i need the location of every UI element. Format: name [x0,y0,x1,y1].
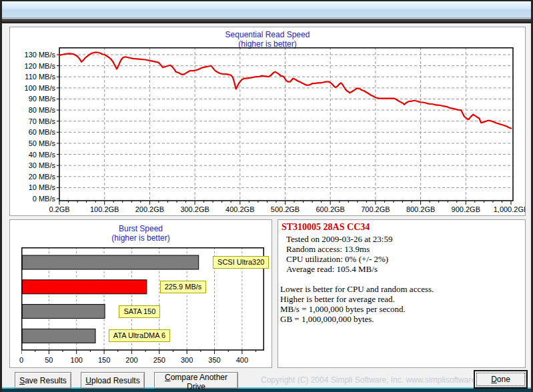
note-lower-better: Lower is better for CPU and random acces… [280,284,524,295]
note-mbs-definition: MB/s = 1,000,000 bytes per second. [280,304,524,315]
sequential-read-plot [55,47,516,206]
bar-3 [22,329,95,343]
y-tick-label: 20 MB/s [10,172,55,181]
y-tick-label: 70 MB/s [10,117,55,126]
done-button-focus-rect: Done [476,373,525,386]
x-tick-label: 400 [221,355,263,365]
tested-on-line: Tested on 2009-03-26 at 23:59 [286,234,524,245]
burst-speed-panel: Burst Speed (higher is better) SCSI Ultr… [9,219,272,368]
random-access-line: Random access: 13.9ms [286,244,524,255]
bar-2 [22,305,105,319]
note-gb-definition: GB = 1,000,000,000 bytes. [280,314,524,325]
x-tick-label: 900.2GB [444,205,487,214]
bar-label-2: SATA 150 [119,305,160,318]
x-tick-label: 100.2GB [83,205,126,214]
burst-speed-subtitle: (higher is better) [10,233,272,243]
y-tick-label: 100 MB/s [10,83,55,93]
sequential-read-panel: Sequential Read Speed (higher is better)… [9,27,526,216]
bar-label-1: 225.9 MB/s [160,281,207,293]
y-tick-label: 80 MB/s [10,105,55,115]
x-tick-label: 500.2GB [264,205,307,214]
y-tick-label: 50 MB/s [10,139,55,148]
y-tick-label: 110 MB/s [10,72,55,81]
x-tick-label: 400.2GB [219,205,261,214]
burst-speed-title: Burst Speed [10,224,272,233]
x-tick-label: 800.2GB [400,205,442,214]
hdtach-window: HD Tach version 3.0.1.0 - For non-commer… [0,0,533,392]
cpu-utilization-line: CPU utilization: 0% (+/- 2%) [286,254,524,265]
bar-0 [22,255,199,269]
copyright-text: Copyright (C) 2004 Simpli Software, Inc.… [261,375,474,385]
x-tick-label: 700.2GB [354,205,397,214]
save-results-button[interactable]: Save Results [15,372,71,389]
client-area: Sequential Read Speed (higher is better)… [2,23,531,387]
done-button[interactable]: Done [474,370,528,389]
y-tick-label: 130 MB/s [10,50,55,59]
y-tick-label: 90 MB/s [10,94,55,103]
y-tick-label: 0 MB/s [10,194,55,203]
window-frame-strip [2,19,531,23]
y-tick-label: 30 MB/s [10,161,55,170]
y-tick-label: 40 MB/s [10,150,55,159]
upload-results-button[interactable]: Upload Results [81,372,145,389]
plot-border [59,48,513,201]
sequential-read-title: Sequential Read Speed [10,30,525,39]
y-tick-label: 120 MB/s [10,61,55,71]
average-read-line: Average read: 105.4 MB/s [286,264,524,275]
x-tick-label: 1,000.2GB [490,205,526,214]
bar-1 [22,280,147,294]
x-tick-label: 600.2GB [309,205,352,214]
y-tick-label: 60 MB/s [10,127,55,137]
x-tick-label: 300.2GB [173,205,216,214]
drive-info-panel: ST310005 28AS CC34 Tested on 2009-03-26 … [278,219,526,368]
note-higher-better: Higher is better for average read. [280,294,524,305]
x-tick-label: 200.2GB [128,205,171,214]
drive-model-heading: ST310005 28AS CC34 [282,222,370,233]
x-tick-label: 0.2GB [38,205,81,214]
y-tick-label: 10 MB/s [10,183,55,192]
bar-label-3: ATA UltraDMA 6 [109,329,170,342]
compare-another-drive-button[interactable]: Compare Another Drive [154,372,238,389]
title-bar: HD Tach version 3.0.1.0 - For non-commer… [2,1,531,18]
bar-label-0: SCSI Ultra320 [213,256,269,269]
